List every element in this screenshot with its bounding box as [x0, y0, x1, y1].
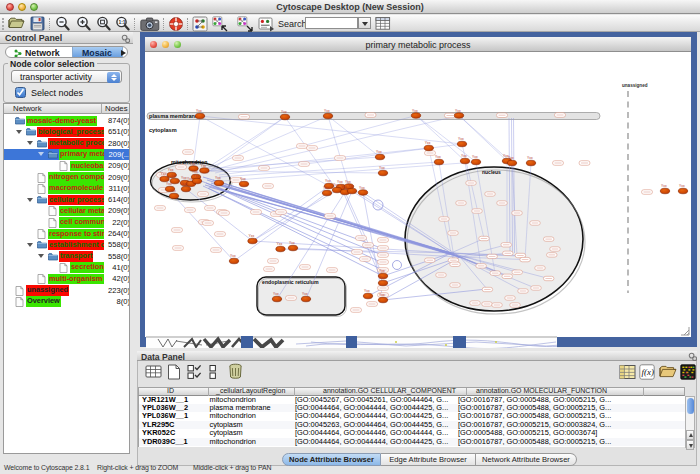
svg-text:Yxx: Yxx [458, 137, 464, 141]
svg-text:Yxx: Yxx [527, 156, 533, 160]
svg-text:Yxx: Yxx [379, 269, 385, 273]
svg-text:Yxx: Yxx [425, 141, 431, 145]
svg-text:Yxx: Yxx [200, 164, 206, 168]
svg-text:Yxx: Yxx [273, 292, 279, 296]
svg-text:Yxx: Yxx [364, 289, 370, 293]
svg-text:Yxx: Yxx [240, 177, 246, 181]
svg-text:Yxx: Yxx [190, 162, 196, 166]
svg-text:Yxx: Yxx [193, 174, 199, 178]
svg-text:Yxx: Yxx [171, 174, 177, 178]
svg-text:Yxx: Yxx [508, 156, 514, 160]
svg-text:Yxx: Yxx [325, 179, 331, 183]
svg-text:1:1: 1:1 [118, 19, 125, 25]
svg-text:f(x): f(x) [641, 367, 654, 377]
svg-text:unassigned: unassigned [622, 83, 648, 88]
svg-text:Yxx: Yxx [277, 242, 283, 246]
svg-text:Yxx: Yxx [230, 254, 236, 258]
svg-text:Yxx: Yxx [166, 182, 172, 186]
svg-text:Yxx: Yxx [412, 109, 418, 113]
svg-text:Yxx: Yxx [461, 154, 467, 158]
svg-text:plasma membrane: plasma membrane [149, 113, 198, 119]
svg-text:nucleus: nucleus [482, 169, 501, 175]
svg-text:cytoplasm: cytoplasm [149, 127, 177, 133]
svg-text:Yxx: Yxx [182, 182, 188, 186]
svg-text:Yxx: Yxx [281, 110, 287, 114]
svg-text:Yxx: Yxx [376, 150, 382, 154]
svg-text:Yxx: Yxx [472, 155, 478, 159]
svg-text:Yxx: Yxx [379, 293, 385, 297]
svg-text:Yxx: Yxx [345, 180, 351, 184]
svg-text:Yxx: Yxx [341, 185, 347, 189]
svg-text:Yxx: Yxx [168, 168, 174, 172]
svg-text:Yxx: Yxx [323, 186, 329, 190]
svg-text:Yxx: Yxx [379, 166, 385, 170]
svg-text:Yxx: Yxx [435, 155, 441, 159]
svg-text:Yxx: Yxx [333, 183, 339, 187]
svg-text:Yxx: Yxx [679, 184, 685, 188]
svg-text:Yxx: Yxx [455, 109, 461, 113]
svg-text:endoplasmic reticulum: endoplasmic reticulum [262, 279, 319, 285]
svg-text:Yxx: Yxx [348, 184, 354, 188]
svg-text:Yxx: Yxx [359, 186, 365, 190]
svg-text:Yxx: Yxx [379, 276, 385, 280]
svg-text:Yxx: Yxx [324, 109, 330, 113]
svg-text:Yxx: Yxx [215, 176, 221, 180]
svg-text:Yxx: Yxx [196, 109, 202, 113]
svg-text:Yxx: Yxx [170, 189, 176, 193]
svg-text:Yxx: Yxx [302, 292, 308, 296]
svg-text:Yxx: Yxx [161, 172, 167, 176]
svg-text:Yxx: Yxx [249, 234, 255, 238]
svg-text:Yxx: Yxx [661, 184, 667, 188]
svg-text:Yxx: Yxx [289, 241, 295, 245]
